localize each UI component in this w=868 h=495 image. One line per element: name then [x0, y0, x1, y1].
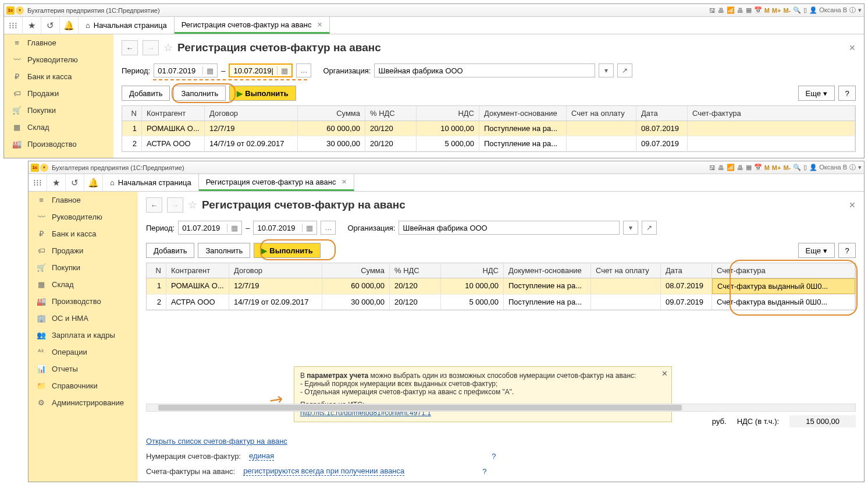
fav-icon[interactable]: ☆ — [188, 199, 197, 211]
apps-icon[interactable]: ⁝⁝⁝ — [4, 17, 23, 34]
sidebar-main[interactable]: ≡Главное — [29, 192, 138, 208]
sidebar-bank[interactable]: ₽Банк и касса — [4, 68, 113, 85]
sidebar-boss[interactable]: 〰Руководителю — [29, 208, 138, 225]
apps-icon[interactable]: ⁝⁝⁝ — [29, 174, 47, 191]
mplus-icon[interactable]: M+ — [772, 164, 781, 171]
bell-icon[interactable]: 🔔 — [84, 174, 103, 191]
close-icon[interactable]: ✕ — [661, 369, 668, 378]
org-dd-button[interactable]: ▾ — [623, 221, 638, 235]
tool-icon[interactable]: ▯ — [803, 164, 807, 171]
add-button[interactable]: Добавить — [122, 86, 170, 101]
sidebar-prod[interactable]: 🏭Производство — [29, 293, 138, 310]
date-from[interactable]: 01.07.2019▦ — [178, 221, 242, 235]
run-button[interactable]: ▶Выполнить — [229, 86, 296, 101]
tool-icon[interactable]: 🖶 — [737, 164, 744, 171]
table-row[interactable]: 1 РОМАШКА О... 12/7/19 60 000,00 20/120 … — [147, 278, 855, 295]
org-field[interactable]: Швейная фабрика ООО — [399, 221, 620, 235]
org-dd-button[interactable]: ▾ — [599, 63, 614, 77]
sidebar-os[interactable]: 🏢ОС и НМА — [29, 310, 138, 327]
tool-icon[interactable]: 🖶 — [737, 7, 744, 14]
fill-button[interactable]: Заполнить — [173, 86, 226, 101]
mminus-icon[interactable]: M- — [783, 7, 791, 14]
tool-icon[interactable]: 📶 — [727, 164, 735, 171]
org-open-button[interactable]: ↗ — [617, 63, 632, 77]
menu-icon[interactable]: ▾ — [858, 6, 862, 14]
sidebar-sales[interactable]: 🏷Продажи — [4, 85, 113, 102]
sidebar-prod[interactable]: 🏭Производство — [4, 136, 113, 153]
numbering-link[interactable]: единая — [249, 451, 274, 461]
tool-icon[interactable]: 📅 — [754, 6, 762, 14]
run-button[interactable]: ▶Выполнить — [254, 243, 320, 258]
bell-icon[interactable]: 🔔 — [60, 17, 79, 34]
close-icon[interactable]: ✕ — [341, 178, 347, 186]
star-icon[interactable]: ★ — [47, 174, 66, 191]
tool-icon[interactable]: 🔍 — [793, 6, 801, 14]
tool-icon[interactable]: ▦ — [746, 6, 752, 14]
fill-button[interactable]: Заполнить — [198, 243, 250, 258]
tab-home[interactable]: ⌂ Начальная страница — [103, 174, 199, 191]
date-from[interactable]: 01.07.2019▦ — [154, 63, 218, 77]
fwd-button[interactable]: → — [167, 197, 183, 213]
table-row[interactable]: 2 АСТРА ООО 14/7/19 от 02.09.2017 30 000… — [122, 136, 855, 151]
m-icon[interactable]: M — [764, 7, 770, 14]
user-label[interactable]: 👤 Оксана В — [809, 164, 847, 171]
more-button[interactable]: Еще ▾ — [798, 243, 835, 258]
tool-icon[interactable]: 🖶 — [718, 164, 724, 171]
org-field[interactable]: Швейная фабрика ООО — [374, 63, 595, 77]
help-button[interactable]: ? — [838, 243, 856, 258]
fav-icon[interactable]: ☆ — [163, 41, 173, 54]
mplus-icon[interactable]: M+ — [772, 7, 781, 14]
help-icon[interactable]: ? — [482, 467, 486, 476]
sidebar-buy[interactable]: 🛒Покупки — [4, 102, 113, 119]
tool-icon[interactable]: 📶 — [727, 6, 735, 14]
sidebar-zp[interactable]: 👥Зарплата и кадры — [29, 327, 138, 344]
tool-icon[interactable]: 🔍 — [793, 164, 801, 171]
mminus-icon[interactable]: M- — [783, 164, 791, 171]
help-button[interactable]: ? — [838, 86, 856, 101]
sidebar-admin[interactable]: ⚙Администрирование — [29, 394, 138, 411]
tool-icon[interactable]: 📅 — [754, 164, 762, 171]
sidebar-sales[interactable]: 🏷Продажи — [29, 242, 138, 259]
date-to[interactable]: 10.07.2019|▦ — [229, 63, 293, 77]
table-row[interactable]: 1 РОМАШКА О... 12/7/19 60 000,00 20/120 … — [122, 121, 855, 136]
info-icon[interactable]: ⓘ — [849, 163, 856, 172]
sidebar-stock[interactable]: ▦Склад — [4, 119, 113, 136]
close-page-icon[interactable]: ✕ — [849, 43, 856, 52]
back-button[interactable]: ← — [122, 40, 138, 55]
more-button[interactable]: Еще ▾ — [798, 86, 835, 101]
add-button[interactable]: Добавить — [146, 243, 194, 258]
period-picker-button[interactable]: … — [321, 221, 336, 235]
org-open-button[interactable]: ↗ — [642, 221, 657, 235]
avans-link[interactable]: регистрируются всегда при получении аван… — [243, 466, 404, 476]
info-icon[interactable]: ⓘ — [849, 6, 856, 15]
tool-icon[interactable]: ▯ — [803, 6, 807, 14]
calendar-icon[interactable]: ▦ — [302, 224, 313, 232]
tab-home[interactable]: ⌂ Начальная страница — [79, 17, 175, 34]
dropdown-icon[interactable]: ▾ — [16, 6, 24, 15]
sidebar-refs[interactable]: 📁Справочники — [29, 377, 138, 394]
close-icon[interactable]: ✕ — [317, 21, 322, 29]
tool-icon[interactable]: 🖫 — [709, 164, 716, 171]
period-picker-button[interactable]: … — [296, 63, 311, 77]
dropdown-icon[interactable]: ▾ — [40, 164, 48, 172]
star-icon[interactable]: ★ — [23, 17, 41, 34]
table-row[interactable]: 2 АСТРА ООО 14/7/19 от 02.09.2017 30 000… — [147, 295, 855, 310]
tab-registration[interactable]: Регистрация счетов-фактур на аванс ✕ — [175, 17, 330, 34]
calendar-icon[interactable]: ▦ — [277, 66, 288, 75]
help-icon[interactable]: ? — [492, 452, 496, 461]
tool-icon[interactable]: 🖶 — [718, 7, 724, 14]
sidebar-oper[interactable]: ᴬᵏОперации — [29, 344, 138, 360]
menu-icon[interactable]: ▾ — [858, 164, 862, 171]
history-icon[interactable]: ↺ — [66, 174, 84, 191]
sidebar-main[interactable]: ≡Главное — [4, 34, 113, 51]
back-button[interactable]: ← — [146, 197, 162, 213]
sidebar-reports[interactable]: 📊Отчеты — [29, 360, 138, 377]
date-to[interactable]: 10.07.2019▦ — [253, 221, 317, 235]
scrollbar[interactable] — [146, 404, 856, 412]
sidebar-stock[interactable]: ▦Склад — [29, 276, 138, 293]
sidebar-bank[interactable]: ₽Банк и касса — [29, 225, 138, 242]
fwd-button[interactable]: → — [143, 40, 159, 55]
user-label[interactable]: 👤 Оксана В — [809, 6, 847, 14]
calendar-icon[interactable]: ▦ — [202, 66, 214, 75]
sidebar-boss[interactable]: 〰Руководителю — [4, 51, 113, 68]
